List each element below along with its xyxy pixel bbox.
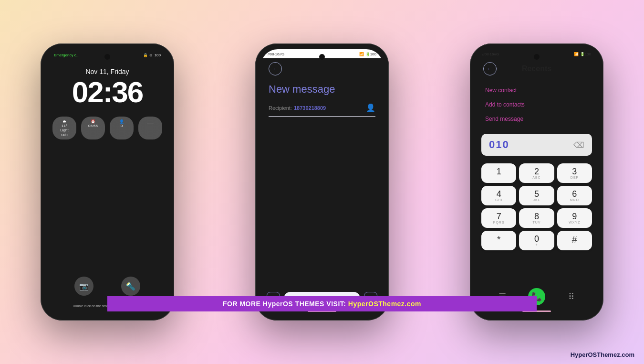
recents-new-contact[interactable]: New contact xyxy=(485,83,588,97)
key-7[interactable]: 7PQRS xyxy=(481,208,516,228)
flashlight-button[interactable]: 🔦 xyxy=(121,277,140,296)
msg-back-button[interactable]: ← xyxy=(269,62,282,75)
dial-status-icons: 📶 🔋100 xyxy=(574,52,591,56)
key-9[interactable]: 9WXYZ xyxy=(557,208,592,228)
back-arrow-icon: ← xyxy=(272,65,278,72)
lock-widget-count: 👤 0 xyxy=(110,117,134,139)
recipient-row: Recipient: 18730218809 👤 xyxy=(269,103,375,117)
recipient-label: Recipient: xyxy=(269,105,292,111)
key-6[interactable]: 6MNO xyxy=(557,186,592,205)
dial-back-arrow-icon: ← xyxy=(487,65,493,72)
lock-widget-alarm: ⏰ 06:55 xyxy=(81,117,105,139)
phone2-frame: //08·16//G 📶 🔋100 ← New message Recipien… xyxy=(255,43,389,321)
dial-battery-icon: 🔋100 xyxy=(580,52,591,56)
key-8[interactable]: 8TUV xyxy=(519,208,554,228)
recipient-number: 18730218809 xyxy=(294,105,366,111)
key-hash[interactable]: # xyxy=(557,231,592,250)
msg-body xyxy=(261,117,383,269)
key-4[interactable]: 4GHI xyxy=(481,186,516,205)
dial-display: 010 ⌫ xyxy=(481,134,592,156)
dial-wifi-icon: 📶 xyxy=(574,52,579,56)
msg-battery-icon: 🔋100 xyxy=(365,52,376,56)
recents-send-message[interactable]: Send message xyxy=(485,112,588,126)
msg-title: New message xyxy=(261,83,383,96)
key-star[interactable]: * xyxy=(481,231,516,250)
key-2[interactable]: 2ABC xyxy=(519,163,554,183)
msg-status-icons: 📶 🔋100 xyxy=(359,52,376,56)
phone1-frame: Emergency c... 🔒 ⊕ 100 Nov 11, Friday 02… xyxy=(41,43,174,321)
phone3-screen: //08·16//G 📶 🔋100 ← Recents New contact … xyxy=(476,49,598,315)
dial-pad-button[interactable]: ⠿ xyxy=(562,288,580,305)
msg-header: ← xyxy=(261,58,383,79)
lock-widget-minus: — xyxy=(138,117,162,139)
key-1[interactable]: 1 xyxy=(481,163,516,183)
key-0[interactable]: 0+ xyxy=(519,231,554,250)
camera-button[interactable]: 📷 xyxy=(74,277,93,296)
alarm-time: 06:55 xyxy=(86,124,100,128)
recents-menu: New contact Add to contacts Send message xyxy=(476,79,598,130)
lock-status-icons: 🔒 ⊕ xyxy=(143,53,152,57)
count-val: 0 xyxy=(114,124,129,128)
keypad: 1 2ABC 3DEF 4GHI 5JKL 6MNO 7PQRS 8TUV 9W… xyxy=(476,160,598,254)
phone2-screen: //08·16//G 📶 🔋100 ← New message Recipien… xyxy=(261,49,383,315)
lock-widget-weather: 🌧 11° Light rain xyxy=(52,117,76,139)
camera-notch-3 xyxy=(534,54,540,60)
camera-notch-2 xyxy=(319,54,325,60)
add-contact-icon[interactable]: 👤 xyxy=(366,103,375,112)
msg-wifi-icon: 📶 xyxy=(359,52,364,56)
dial-title: Recents xyxy=(497,64,577,73)
backspace-button[interactable]: ⌫ xyxy=(573,140,584,150)
bottom-credit: HyperOSThemez.com xyxy=(571,351,634,358)
lock-bottom-actions: 📷 🔦 xyxy=(46,277,168,296)
key-5[interactable]: 5JKL xyxy=(519,186,554,205)
lock-widgets: 🌧 11° Light rain ⏰ 06:55 👤 0 — xyxy=(46,117,168,139)
banner-text-plain: FOR MORE HyperOS THEMES VISIT: xyxy=(223,300,348,308)
phone3-frame: //08·16//G 📶 🔋100 ← Recents New contact … xyxy=(470,43,603,321)
recents-add-contacts[interactable]: Add to contacts xyxy=(485,97,588,112)
weather-temp: 11° xyxy=(57,124,72,128)
dial-back-button[interactable]: ← xyxy=(483,62,497,75)
msg-status-left: //08·16//G xyxy=(268,52,284,56)
dial-header: ← Recents xyxy=(476,58,598,79)
lock-status-right: 🔒 ⊕ 100 xyxy=(143,53,161,57)
banner-text-highlight: HyperOSThemez.com xyxy=(348,300,421,308)
count-icon: 👤 xyxy=(114,119,129,124)
dial-status-left: //08·16//G xyxy=(482,52,499,56)
minus-icon: — xyxy=(143,119,157,127)
lock-time: 02:36 xyxy=(46,77,168,107)
lock-battery: 100 xyxy=(155,53,161,57)
emergency-text: Emergency c... xyxy=(54,53,79,57)
key-3[interactable]: 3DEF xyxy=(557,163,592,183)
lock-date: Nov 11, Friday xyxy=(46,68,168,75)
camera-notch-1 xyxy=(104,54,110,60)
weather-icon: 🌧 xyxy=(57,119,72,124)
weather-desc: Light rain xyxy=(57,128,72,137)
alarm-icon: ⏰ xyxy=(86,119,100,124)
watermark-banner: FOR MORE HyperOS THEMES VISIT: HyperOSTh… xyxy=(107,296,537,311)
dial-number: 010 xyxy=(489,139,509,151)
phone1-screen: Emergency c... 🔒 ⊕ 100 Nov 11, Friday 02… xyxy=(46,49,168,315)
